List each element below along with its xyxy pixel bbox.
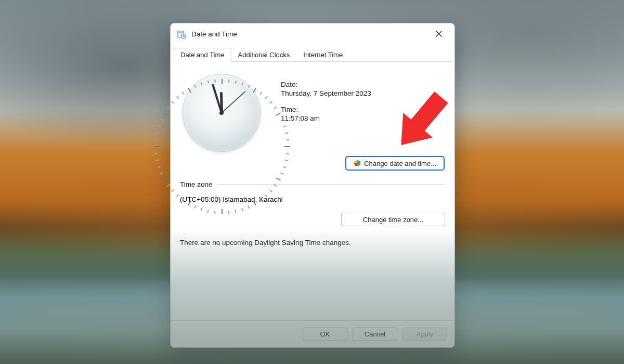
analog-clock xyxy=(180,71,263,154)
date-value: Thursday, 7 September 2023 xyxy=(281,89,371,97)
cancel-button[interactable]: Cancel xyxy=(353,328,397,341)
tab-label: Additional Clocks xyxy=(238,51,290,59)
dst-note: There are no upcoming Daylight Saving Ti… xyxy=(180,239,445,246)
change-date-time-label: Change date and time... xyxy=(364,160,436,167)
window-title: Date and Time xyxy=(191,30,237,38)
tab-internet-time[interactable]: Internet Time xyxy=(296,48,349,62)
uac-shield-icon xyxy=(354,160,361,167)
tab-additional-clocks[interactable]: Additional Clocks xyxy=(231,48,297,62)
tab-label: Internet Time xyxy=(303,51,343,59)
date-time-icon xyxy=(177,30,186,39)
titlebar: Date and Time xyxy=(171,23,454,45)
date-label: Date: xyxy=(281,81,371,88)
desktop-wallpaper: Date and Time Date and Time Additional C… xyxy=(0,0,624,364)
apply-label: Apply xyxy=(417,330,434,338)
tab-date-and-time[interactable]: Date and Time xyxy=(174,48,231,62)
timezone-section-header: Time zone xyxy=(180,180,445,188)
change-time-zone-button[interactable]: Change time zone... xyxy=(341,213,445,226)
time-value: 11:57:08 am xyxy=(281,114,371,122)
time-label: Time: xyxy=(281,106,371,113)
date-time-info: Date: Thursday, 7 September 2023 Time: 1… xyxy=(281,71,371,154)
change-date-time-button[interactable]: Change date and time... xyxy=(346,157,444,170)
close-button[interactable] xyxy=(427,27,450,42)
close-icon xyxy=(436,30,442,39)
ok-button[interactable]: OK xyxy=(303,328,347,341)
clock-center-pin xyxy=(219,111,224,115)
change-time-zone-label: Change time zone... xyxy=(363,216,423,224)
tab-panel-date-and-time: Date: Thursday, 7 September 2023 Time: 1… xyxy=(171,62,454,320)
timezone-value: (UTC+05:00) Islamabad, Karachi xyxy=(180,196,445,203)
cancel-label: Cancel xyxy=(365,330,385,338)
date-and-time-dialog: Date and Time Date and Time Additional C… xyxy=(170,23,455,348)
tab-label: Date and Time xyxy=(180,51,225,59)
dialog-button-bar: OK Cancel Apply xyxy=(171,320,454,347)
tab-strip: Date and Time Additional Clocks Internet… xyxy=(171,45,454,62)
ok-label: OK xyxy=(320,330,330,338)
divider xyxy=(218,184,445,185)
timezone-section-label: Time zone xyxy=(180,180,213,188)
clock-second-hand xyxy=(221,91,245,113)
svg-rect-1 xyxy=(177,31,184,32)
apply-button: Apply xyxy=(402,328,447,341)
